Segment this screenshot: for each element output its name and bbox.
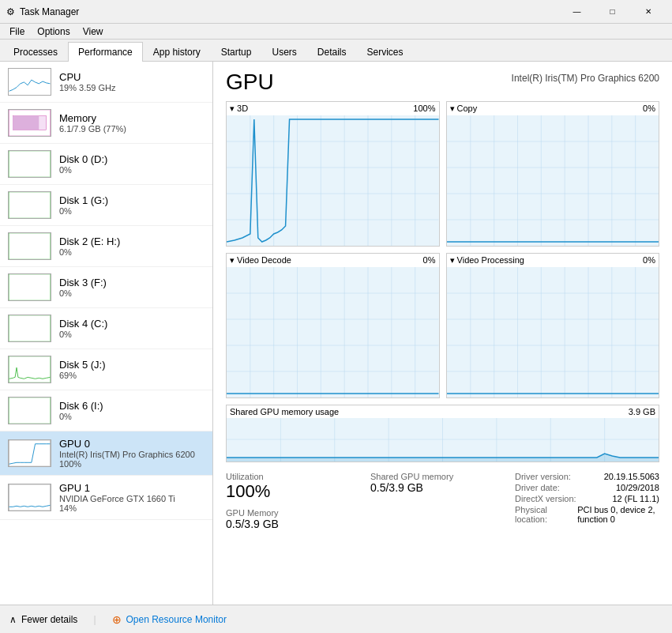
app-icon: ⚙ (6, 6, 15, 17)
tab-app-history[interactable]: App history (143, 42, 211, 61)
panel-subtitle: Intel(R) Iris(TM) Pro Graphics 6200 (512, 70, 659, 84)
gpu0-stat2: 100% (59, 459, 205, 469)
gpu0-stat1: Intel(R) Iris(TM) Pro Graphics 6200 (59, 450, 205, 459)
sidebar-item-memory[interactable]: Memory 6.1/7.9 GB (77%) (0, 103, 212, 144)
memory-thumbnail (8, 109, 51, 137)
driver-date-key: Driver date: (515, 483, 560, 492)
chart-video-decode: ▾ Video Decode 0% (226, 253, 440, 398)
cpu-label: CPU (59, 71, 205, 83)
menu-file[interactable]: File (3, 24, 31, 40)
chart-copy: ▾ Copy 0% (446, 101, 660, 247)
open-monitor-button[interactable]: ⊕ Open Resource Monitor (112, 613, 227, 626)
shared-mem-value: 3.9 GB (629, 407, 655, 416)
tab-performance[interactable]: Performance (68, 42, 143, 62)
menu-options[interactable]: Options (31, 24, 76, 40)
chart-copy-area (447, 115, 659, 246)
stat-utilization: Utilization 100% GPU Memory 0.5/3.9 GB (226, 469, 370, 533)
stat-shared-gpu: Shared GPU memory 0.5/3.9 GB (370, 469, 515, 533)
shared-gpu-value: 0.5/3.9 GB (370, 481, 515, 494)
svg-rect-4 (9, 151, 51, 177)
disk2-label: Disk 2 (E: H:) (59, 235, 205, 247)
svg-rect-13 (227, 115, 439, 246)
chart-3d-area (227, 115, 439, 246)
disk4-stat: 0% (59, 330, 205, 339)
close-button[interactable]: ✕ (630, 0, 666, 24)
sidebar-item-disk3[interactable]: Disk 3 (F:) 0% (0, 267, 212, 308)
disk0-label: Disk 0 (D:) (59, 153, 205, 165)
svg-rect-3 (13, 116, 39, 130)
disk3-thumbnail (8, 273, 51, 301)
disk1-thumbnail (8, 191, 51, 219)
cpu-stat: 19% 3.59 GHz (59, 83, 205, 92)
panel-title: GPU (226, 70, 274, 95)
gpu1-info: GPU 1 NVIDIA GeForce GTX 1660 Ti 14% (59, 482, 205, 513)
driver-date-val: 10/29/2018 (616, 483, 659, 492)
tab-services[interactable]: Services (357, 42, 414, 61)
driver-date-row: Driver date: 10/29/2018 (515, 483, 659, 492)
menu-view[interactable]: View (77, 24, 110, 40)
sidebar-item-cpu[interactable]: CPU 19% 3.59 GHz (0, 62, 212, 103)
gpu1-thumbnail (8, 484, 51, 511)
directx-key: DirectX version: (515, 494, 576, 503)
chart-vd-label: ▾ Video Decode 0% (227, 254, 439, 267)
sidebar-item-disk1[interactable]: Disk 1 (G:) 0% (0, 185, 212, 226)
disk4-thumbnail (8, 315, 51, 342)
gpu0-label: GPU 0 (59, 438, 205, 450)
svg-rect-5 (9, 192, 51, 218)
fewer-details-button[interactable]: ∧ Fewer details (9, 614, 77, 625)
svg-rect-40 (227, 267, 439, 398)
chart-copy-label: ▾ Copy 0% (447, 102, 659, 115)
utilization-label: Utilization (226, 472, 370, 481)
maximize-button[interactable]: □ (595, 0, 630, 24)
shared-mem-area (227, 418, 659, 462)
chart-vd-title: ▾ Video Decode (230, 255, 291, 266)
chart-vd-percent: 0% (423, 255, 436, 266)
stat-details: Driver version: 20.19.15.5063 Driver dat… (515, 469, 659, 533)
chart-vp-percent: 0% (643, 255, 655, 266)
disk5-stat: 69% (59, 371, 205, 380)
main-content: CPU 19% 3.59 GHz Memory 6.1/7.9 GB (77%) (0, 62, 672, 605)
sidebar-item-disk6[interactable]: Disk 6 (I:) 0% (0, 390, 212, 431)
tab-users[interactable]: Users (261, 42, 306, 61)
disk2-stat: 0% (59, 247, 205, 257)
svg-rect-7 (9, 274, 51, 300)
disk4-label: Disk 4 (C:) (59, 318, 205, 330)
chevron-up-icon: ∧ (9, 614, 17, 625)
svg-rect-26 (447, 115, 659, 246)
driver-version-row: Driver version: 20.19.15.5063 (515, 472, 659, 481)
app-title: Task Manager (20, 6, 79, 17)
disk2-thumbnail (8, 232, 51, 260)
shared-mem-section: Shared GPU memory usage 3.9 GB (226, 405, 659, 462)
shared-gpu-label: Shared GPU memory (370, 472, 515, 481)
tab-processes[interactable]: Processes (3, 42, 68, 61)
chart-vp-area (447, 267, 659, 398)
tab-details[interactable]: Details (307, 42, 357, 61)
sidebar-item-disk2[interactable]: Disk 2 (E: H:) 0% (0, 226, 212, 267)
gpu-memory-value: 0.5/3.9 GB (226, 518, 370, 530)
chart-video-processing: ▾ Video Processing 0% (446, 253, 660, 398)
disk0-info: Disk 0 (D:) 0% (59, 153, 205, 175)
disk5-label: Disk 5 (J:) (59, 359, 205, 371)
minimize-button[interactable]: — (559, 0, 595, 24)
sidebar-item-gpu1[interactable]: GPU 1 NVIDIA GeForce GTX 1660 Ti 14% (0, 476, 212, 520)
svg-rect-8 (9, 315, 51, 341)
tab-startup[interactable]: Startup (211, 42, 262, 61)
sidebar-item-disk5[interactable]: Disk 5 (J:) 69% (0, 349, 212, 390)
gpu-panel: GPU Intel(R) Iris(TM) Pro Graphics 6200 … (213, 62, 672, 605)
disk6-info: Disk 6 (I:) 0% (59, 400, 205, 421)
sidebar-item-disk4[interactable]: Disk 4 (C:) 0% (0, 308, 212, 349)
chart-3d: ▾ 3D 100% (226, 101, 440, 247)
gpu0-thumbnail (8, 439, 51, 467)
chart-vp-label: ▾ Video Processing 0% (447, 254, 659, 267)
disk1-info: Disk 1 (G:) 0% (59, 194, 205, 216)
chart-3d-label: ▾ 3D 100% (227, 102, 439, 115)
sidebar-item-disk0[interactable]: Disk 0 (D:) 0% (0, 144, 212, 185)
chart-copy-title: ▾ Copy (450, 104, 478, 114)
physical-row: Physical location: PCI bus 0, device 2, … (515, 505, 659, 524)
monitor-icon: ⊕ (112, 613, 122, 626)
driver-version-val: 20.19.15.5063 (604, 472, 659, 481)
sidebar-item-gpu0[interactable]: GPU 0 Intel(R) Iris(TM) Pro Graphics 620… (0, 431, 212, 476)
bottom-bar: ∧ Fewer details | ⊕ Open Resource Monito… (0, 605, 672, 633)
gpu0-info: GPU 0 Intel(R) Iris(TM) Pro Graphics 620… (59, 438, 205, 469)
shared-mem-label: Shared GPU memory usage 3.9 GB (227, 405, 659, 418)
